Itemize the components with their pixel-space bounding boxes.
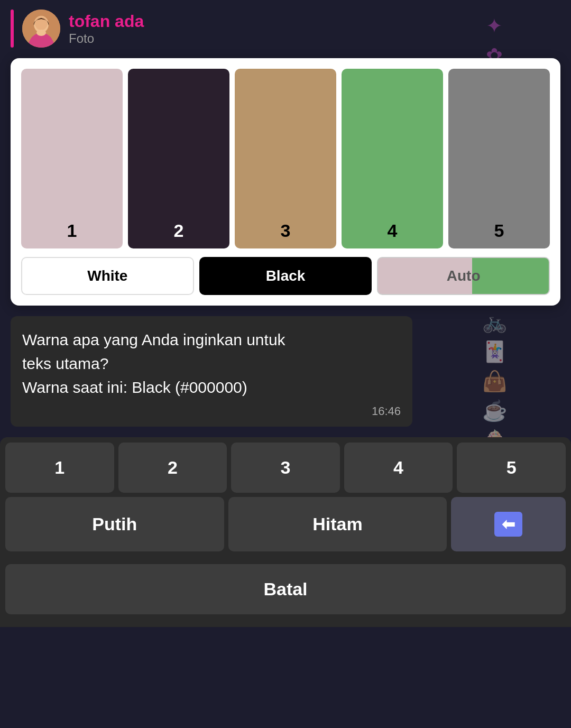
message-line2: teks utama?	[22, 355, 108, 372]
kb-key-5[interactable]: 5	[457, 443, 566, 493]
user-subtitle: Foto	[69, 31, 144, 46]
color-swatch-5[interactable]: 5	[448, 69, 550, 248]
message-line3: Warna saat ini: Black (#000000)	[22, 379, 247, 396]
color-picker-card: 1 2 3 4 5 White Black Auto	[11, 58, 560, 306]
swatch-2-number: 2	[174, 220, 184, 241]
swatch-4-number: 4	[388, 220, 398, 241]
white-button[interactable]: White	[21, 257, 194, 295]
color-swatch-3[interactable]: 3	[235, 69, 336, 248]
cancel-button[interactable]: Batal	[5, 564, 566, 614]
color-swatch-1[interactable]: 1	[21, 69, 123, 248]
kb-key-1[interactable]: 1	[5, 443, 114, 493]
color-swatch-4[interactable]: 4	[342, 69, 443, 248]
auto-button[interactable]: Auto	[377, 257, 550, 295]
color-swatches: 1 2 3 4 5	[21, 69, 550, 248]
kb-key-4[interactable]: 4	[344, 443, 453, 493]
keyboard-row-numbers: 1 2 3 4 5	[5, 443, 566, 493]
keyboard-row-actions: Putih Hitam ⬅	[5, 497, 566, 551]
svg-point-3	[36, 30, 46, 36]
user-info: tofan ada Foto	[69, 12, 144, 46]
message-time: 16:46	[22, 404, 401, 418]
avatar	[22, 10, 60, 48]
cancel-row: Batal	[0, 556, 571, 627]
message-area: Warna apa yang Anda inginkan untuk teks …	[0, 306, 571, 432]
kb-key-3[interactable]: 3	[231, 443, 340, 493]
kb-putih-button[interactable]: Putih	[5, 497, 224, 551]
color-buttons-row: White Black Auto	[21, 257, 550, 295]
user-name: tofan ada	[69, 12, 144, 31]
message-line1: Warna apa yang Anda inginkan untuk	[22, 331, 286, 348]
chat-header: tofan ada Foto	[0, 0, 571, 54]
custom-keyboard: 1 2 3 4 5 Putih Hitam ⬅	[0, 437, 571, 556]
message-text: Warna apa yang Anda inginkan untuk teks …	[22, 328, 401, 399]
swatch-1-number: 1	[67, 220, 77, 241]
kb-backspace-button[interactable]: ⬅	[451, 497, 566, 551]
black-button[interactable]: Black	[199, 257, 372, 295]
kb-hitam-button[interactable]: Hitam	[228, 497, 447, 551]
message-bubble: Warna apa yang Anda inginkan untuk teks …	[11, 316, 412, 427]
backspace-arrow-icon: ⬅	[494, 512, 522, 537]
swatch-5-number: 5	[494, 220, 504, 241]
kb-key-2[interactable]: 2	[118, 443, 227, 493]
accent-bar	[11, 10, 14, 48]
color-swatch-2[interactable]: 2	[128, 69, 229, 248]
swatch-3-number: 3	[281, 220, 291, 241]
